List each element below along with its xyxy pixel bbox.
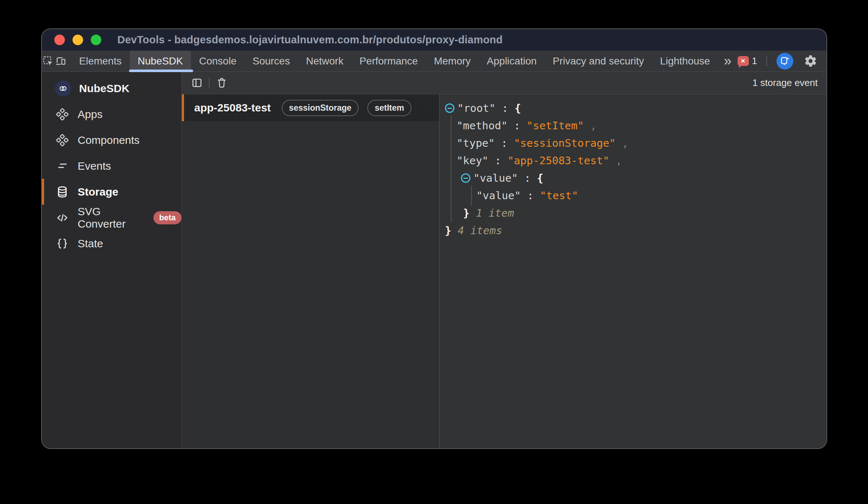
- tab-elements[interactable]: Elements: [71, 51, 130, 71]
- json-key: "method": [457, 119, 508, 132]
- close-window-button[interactable]: [54, 35, 65, 45]
- json-colon: :: [521, 189, 540, 202]
- tab-privacy-and-security[interactable]: Privacy and security: [545, 51, 652, 71]
- error-count: 1: [752, 56, 757, 66]
- tab-network[interactable]: Network: [298, 51, 352, 71]
- json-line: "root" : {: [445, 99, 826, 117]
- json-colon: :: [495, 137, 514, 149]
- json-key: "root": [457, 102, 496, 114]
- json-line: "value" : {: [445, 169, 826, 187]
- json-line: "key" : "app-25083-test" ,: [445, 152, 826, 169]
- json-colon: :: [518, 172, 537, 184]
- sidebar-item-state[interactable]: State: [42, 231, 181, 256]
- method-badge: setItem: [367, 100, 411, 116]
- nubesdk-brand: NubeSDK: [42, 75, 181, 101]
- event-list-item[interactable]: app-25083-test sessionStorage setItem: [182, 94, 439, 121]
- sidebar-item-components[interactable]: Components: [42, 127, 181, 153]
- tab-lighthouse[interactable]: Lighthouse: [652, 51, 718, 71]
- components-icon: [55, 133, 70, 147]
- console-errors-button[interactable]: ✕ 1: [738, 56, 757, 66]
- json-string: "test": [540, 189, 578, 202]
- toggle-device-toolbar-button[interactable]: [54, 51, 67, 71]
- json-string: "sessionStorage": [514, 137, 615, 149]
- json-brace: }: [445, 224, 451, 237]
- gear-icon: [804, 54, 817, 68]
- sidebar-item-events[interactable]: Events: [42, 153, 181, 179]
- storage-toolbar: 1 storage event: [182, 72, 826, 94]
- json-key: "key": [457, 154, 488, 167]
- inspect-element-button[interactable]: [42, 51, 54, 71]
- panel-left-icon: [191, 77, 203, 89]
- device-mode-extension-button[interactable]: [777, 53, 793, 70]
- json-brace: }: [463, 207, 469, 219]
- json-brace: {: [537, 172, 543, 184]
- toolbar-separator: [766, 56, 767, 67]
- json-string: "app-25083-test": [508, 154, 609, 167]
- storage-panel: 1 storage event app-25083-test sessionSt…: [182, 72, 826, 449]
- settings-button[interactable]: [801, 54, 820, 68]
- trash-icon: [216, 77, 228, 89]
- json-key: "type": [457, 137, 495, 149]
- devtools-window: DevTools - badgesdemos.lojavirtualnuvem.…: [41, 28, 827, 449]
- nubesdk-sidebar: NubeSDK Apps: [42, 72, 182, 449]
- devtools-tabbar: Elements NubeSDK Console Sources Network…: [42, 51, 826, 72]
- sidebar-item-storage[interactable]: Storage: [42, 179, 181, 205]
- json-line: } 4 items: [445, 222, 826, 239]
- tab-application[interactable]: Application: [479, 51, 545, 71]
- database-icon: [55, 185, 70, 199]
- storage-event-count: 1 storage event: [752, 77, 818, 88]
- more-tabs-button[interactable]: »: [718, 51, 737, 71]
- json-comma: ,: [616, 137, 629, 149]
- storage-body: app-25083-test sessionStorage setItem "r…: [182, 94, 826, 449]
- sidebar-item-svg-converter[interactable]: SVG Converter beta: [42, 205, 181, 231]
- json-key: "value": [476, 189, 521, 202]
- clear-events-button[interactable]: [212, 77, 231, 89]
- json-key: "value": [473, 172, 518, 184]
- toolbar-separator: [209, 78, 210, 88]
- json-viewer: "root" : {"method" : "setItem" ,"type" :…: [440, 94, 826, 449]
- inspect-icon: [42, 55, 54, 67]
- beta-badge: beta: [153, 211, 181, 224]
- device-toolbar-icon: [54, 55, 67, 67]
- json-brace: {: [515, 102, 521, 114]
- json-string: "setItem": [527, 119, 584, 132]
- braces-icon: [55, 236, 70, 251]
- collapse-toggle-icon[interactable]: [445, 103, 454, 113]
- json-count: 4 items: [451, 224, 502, 237]
- json-line: "value" : "test": [445, 187, 826, 204]
- json-count: 1 item: [469, 207, 514, 219]
- json-colon: :: [508, 119, 527, 132]
- tab-console[interactable]: Console: [191, 51, 245, 71]
- json-colon: :: [496, 102, 515, 114]
- chevron-double-right-icon: »: [724, 53, 731, 69]
- json-colon: :: [488, 154, 507, 167]
- active-tab-underline: [129, 70, 193, 72]
- zoom-window-button[interactable]: [91, 35, 101, 45]
- tab-performance[interactable]: Performance: [351, 51, 426, 71]
- json-line: } 1 item: [445, 204, 826, 222]
- events-icon: [55, 159, 70, 173]
- event-list: app-25083-test sessionStorage setItem: [182, 94, 440, 449]
- tab-nubesdk[interactable]: NubeSDK: [130, 51, 191, 71]
- apps-icon: [55, 107, 70, 122]
- panel-content: NubeSDK Apps: [42, 72, 826, 449]
- json-tree: "root" : {"method" : "setItem" ,"type" :…: [445, 99, 826, 239]
- json-comma: ,: [609, 154, 622, 167]
- sidebar-item-apps[interactable]: Apps: [42, 101, 181, 127]
- storage-type-badge: sessionStorage: [282, 100, 359, 116]
- titlebar: DevTools - badgesdemos.lojavirtualnuvem.…: [42, 29, 826, 51]
- json-line: "method" : "setItem" ,: [445, 117, 826, 134]
- error-badge-icon: ✕: [738, 56, 749, 66]
- traffic-lights: [54, 35, 101, 45]
- window-title: DevTools - badgesdemos.lojavirtualnuvem.…: [117, 34, 503, 46]
- tabbar-right-controls: ✕ 1: [738, 51, 828, 71]
- collapse-toggle-icon[interactable]: [461, 173, 470, 183]
- tab-sources[interactable]: Sources: [245, 51, 298, 71]
- json-line: "type" : "sessionStorage" ,: [445, 134, 826, 152]
- event-title: app-25083-test: [194, 102, 271, 114]
- tab-memory[interactable]: Memory: [426, 51, 479, 71]
- toggle-sidebar-button[interactable]: [187, 77, 207, 89]
- minimize-window-button[interactable]: [73, 35, 83, 45]
- json-comma: ,: [584, 119, 597, 132]
- device-sparkle-icon: [779, 56, 790, 67]
